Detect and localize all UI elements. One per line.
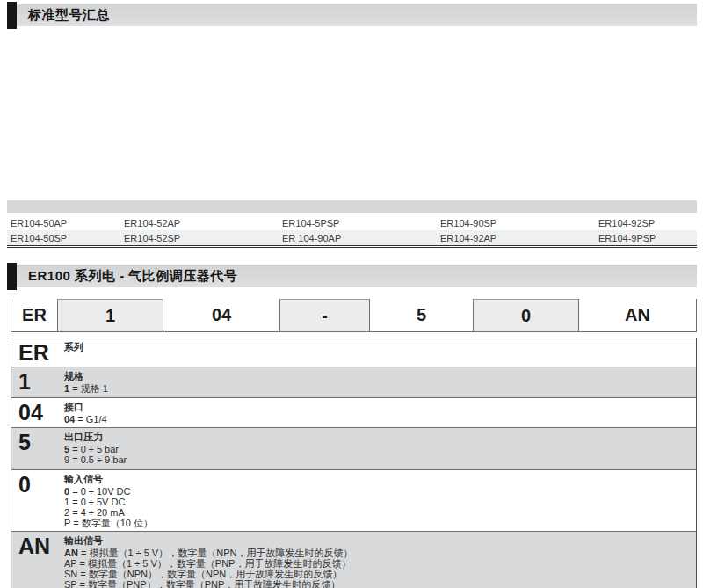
- option-line: 04 = G1/4: [64, 414, 689, 425]
- model-cell: ER104-50SP: [7, 233, 120, 243]
- code-segment-row: ER 1 04 - 5 0 AN: [11, 299, 697, 332]
- option-line: 1 = 0 ÷ 5V DC: [64, 497, 689, 507]
- option-text: = 数字量（PNP），数字量（PNP，用于故障发生时的反馈）: [76, 579, 340, 588]
- code-segment-cell-output: AN: [578, 299, 697, 332]
- code-label: 输出信号: [64, 535, 689, 546]
- code-breakdown-table: ER 系列 1 规格 1 = 规格 1 04 接口 04 = G1/4 5 出口…: [11, 338, 697, 588]
- model-cell: ER104-5PSP: [279, 218, 437, 229]
- code-label: 输入信号: [64, 474, 689, 484]
- models-row: ER104-50SP ER104-52SP ER 104-90AP ER104-…: [7, 230, 697, 245]
- code-segment-cell-series: ER: [11, 299, 57, 332]
- option-text: = 数字量（10 位）: [70, 518, 153, 528]
- option-text: = 数字量（NPN），数字量（NPN，用于故障发生时的反馈）: [77, 569, 342, 579]
- code-value: ER: [11, 338, 64, 367]
- section-accent-bar: [7, 2, 17, 29]
- option-text: = 模拟量（1 ÷ 5 V），数字量（NPN，用于故障发生时的反馈）: [78, 548, 353, 558]
- code-row-output-signal: AN 输出信号 AN = 模拟量（1 ÷ 5 V），数字量（NPN，用于故障发生…: [11, 531, 696, 588]
- standard-models-table: ER104-50AP ER104-52AP ER104-5PSP ER104-9…: [7, 200, 697, 248]
- code-row-input-signal: 0 输入信号 0 = 0 ÷ 10V DC 1 = 0 ÷ 5V DC 2 = …: [11, 469, 696, 531]
- code-label: 出口压力: [64, 432, 689, 442]
- code-description: 输出信号 AN = 模拟量（1 ÷ 5 V），数字量（NPN，用于故障发生时的反…: [64, 532, 696, 588]
- code-row-port: 04 接口 04 = G1/4: [11, 397, 696, 427]
- code-description: 接口 04 = G1/4: [64, 398, 696, 427]
- code-segment-cell-size: 1: [57, 299, 163, 332]
- datasheet-page: 标准型号汇总 ER104-50AP ER104-52AP ER104-5PSP …: [0, 4, 703, 588]
- code-segment-cell-pressure: 5: [369, 299, 473, 332]
- section-title: ER100 系列电 - 气比例调压器代号: [28, 268, 237, 285]
- code-value: 0: [11, 470, 64, 531]
- code-segment-cell-dash: -: [279, 299, 369, 332]
- option-text: = G1/4: [75, 414, 106, 425]
- option-key: AP: [64, 558, 76, 569]
- code-value: 04: [11, 398, 64, 427]
- code-label: 接口: [64, 402, 689, 412]
- code-segment-cell-port: 04: [163, 299, 279, 332]
- option-text: = 模拟量（1 ÷ 5 V），数字量（PNP，用于故障发生时的反馈）: [76, 558, 351, 569]
- model-cell: ER104-92SP: [595, 218, 697, 229]
- option-line: P = 数字量（10 位）: [64, 518, 689, 528]
- code-label: 规格: [64, 371, 689, 381]
- section-header-code-legend: ER100 系列电 - 气比例调压器代号: [7, 265, 697, 287]
- model-cell: ER104-52AP: [120, 218, 279, 229]
- option-text: = 0 ÷ 5 bar: [69, 444, 119, 454]
- code-description: 出口压力 5 = 0 ÷ 5 bar 9 = 0.5 ÷ 9 bar: [64, 428, 696, 469]
- option-key: AN: [64, 548, 78, 558]
- option-line: SP = 数字量（PNP），数字量（PNP，用于故障发生时的反馈）: [64, 579, 689, 588]
- code-row-size: 1 规格 1 = 规格 1: [11, 367, 696, 397]
- models-row: ER104-50AP ER104-52AP ER104-5PSP ER104-9…: [7, 215, 697, 230]
- option-key: 04: [64, 414, 75, 425]
- option-line: 5 = 0 ÷ 5 bar: [64, 444, 689, 454]
- option-line: 0 = 0 ÷ 10V DC: [64, 486, 689, 497]
- option-key: SN: [64, 569, 77, 579]
- section-accent-bar: [7, 263, 17, 290]
- option-line: 9 = 0.5 ÷ 9 bar: [64, 454, 689, 465]
- model-cell: ER104-90SP: [437, 218, 595, 229]
- option-key: SP: [64, 579, 76, 588]
- model-cell: ER104-52SP: [120, 233, 279, 243]
- code-description: 系列: [64, 338, 696, 367]
- model-cell: ER104-92AP: [437, 233, 595, 243]
- option-text: = 4 ÷ 20 mA: [69, 507, 125, 518]
- section-header-standard-models: 标准型号汇总: [7, 4, 697, 26]
- model-cell: ER 104-90AP: [279, 233, 437, 243]
- option-line: 1 = 规格 1: [64, 383, 689, 394]
- code-row-pressure: 5 出口压力 5 = 0 ÷ 5 bar 9 = 0.5 ÷ 9 bar: [11, 427, 696, 469]
- models-header-band: [7, 200, 697, 213]
- code-description: 输入信号 0 = 0 ÷ 10V DC 1 = 0 ÷ 5V DC 2 = 4 …: [64, 470, 696, 531]
- option-text: = 规格 1: [69, 383, 108, 394]
- code-value: 1: [11, 367, 64, 397]
- option-text: = 0 ÷ 10V DC: [69, 486, 130, 497]
- option-line: 2 = 4 ÷ 20 mA: [64, 507, 689, 518]
- code-segment-cell-input: 0: [473, 299, 578, 332]
- model-cell: ER104-50AP: [7, 218, 120, 229]
- option-line: SN = 数字量（NPN），数字量（NPN，用于故障发生时的反馈）: [64, 569, 689, 579]
- model-cell: ER104-9PSP: [595, 233, 697, 243]
- code-value: AN: [11, 532, 64, 588]
- code-row-series: ER 系列: [11, 338, 696, 367]
- code-label: 系列: [64, 342, 689, 352]
- code-value: 5: [11, 428, 64, 469]
- section-title: 标准型号汇总: [28, 7, 110, 24]
- option-line: AP = 模拟量（1 ÷ 5 V），数字量（PNP，用于故障发生时的反馈）: [64, 558, 689, 569]
- option-text: = 0 ÷ 5V DC: [69, 497, 125, 507]
- code-description: 规格 1 = 规格 1: [64, 367, 696, 397]
- option-line: AN = 模拟量（1 ÷ 5 V），数字量（NPN，用于故障发生时的反馈）: [64, 548, 689, 558]
- option-text: = 0.5 ÷ 9 bar: [69, 454, 127, 465]
